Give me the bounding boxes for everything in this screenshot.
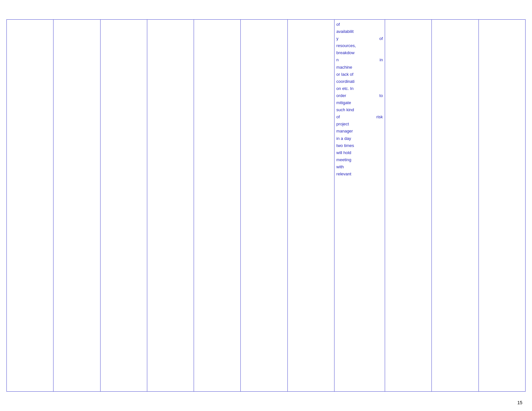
table-wrapper: of availabilit yof resources, breakdow n… <box>6 19 526 392</box>
table-col-1 <box>7 20 53 391</box>
cell-line-relevant: relevant <box>336 171 383 178</box>
cell-line-meeting: meeting <box>336 156 383 163</box>
table-col-3 <box>101 20 147 391</box>
table-col-11 <box>479 20 525 391</box>
cell-line-two-times: two times <box>336 142 383 149</box>
cell-line-in-a-day: in a day <box>336 135 383 142</box>
cell-line-machine: machine <box>336 64 383 71</box>
cell-line-mitigate: mitigate <box>336 99 383 106</box>
cell-line-y-of: yof <box>336 35 383 42</box>
table-col-9 <box>385 20 432 391</box>
cell-line-or-lack-of: or lack of <box>336 71 383 78</box>
cell-line-such-kind: such kind <box>336 106 383 113</box>
table-col-10 <box>432 20 479 391</box>
table-col-7 <box>288 20 334 391</box>
table-col-2 <box>53 20 100 391</box>
cell-line-will-hold: will hold <box>336 149 383 156</box>
cell-line-order-to: orderto <box>336 92 383 99</box>
table-col-5 <box>194 20 241 391</box>
cell-line-manager: manager <box>336 128 383 135</box>
page: of availabilit yof resources, breakdow n… <box>0 0 532 411</box>
table-col-4 <box>147 20 194 391</box>
cell-line-breakdow: breakdow <box>336 49 383 56</box>
cell-line-of: of <box>336 21 383 28</box>
table-col-text: of availabilit yof resources, breakdow n… <box>334 20 385 391</box>
cell-line-on-etc-in: on etc. In <box>336 85 383 92</box>
cell-line-with: with <box>336 163 383 171</box>
page-number: 15 <box>517 400 522 405</box>
cell-line-n-in: nin <box>336 56 383 64</box>
cell-line-coordinati: coordinati <box>336 78 383 85</box>
cell-line-project: project <box>336 121 383 128</box>
cell-line-resources: resources, <box>336 42 383 49</box>
cell-line-of-risk: ofrisk <box>336 113 383 121</box>
cell-line-availabilit: availabilit <box>336 28 383 35</box>
table-col-6 <box>241 20 287 391</box>
table-area: of availabilit yof resources, breakdow n… <box>6 19 526 392</box>
